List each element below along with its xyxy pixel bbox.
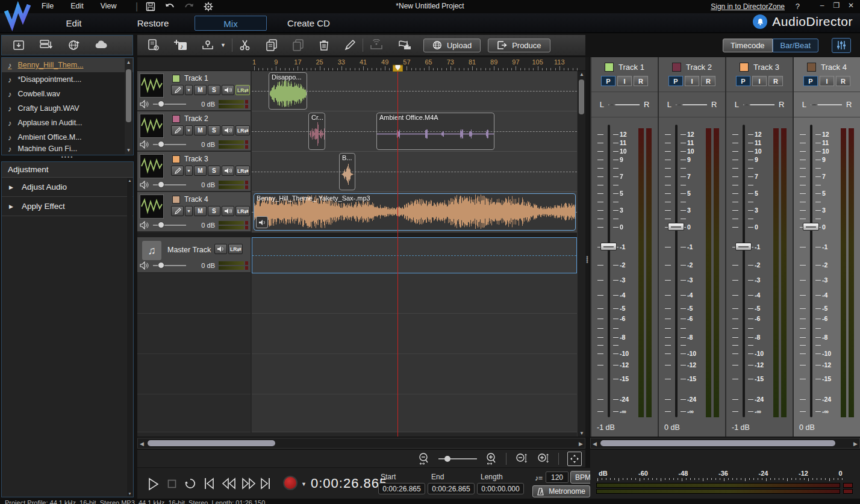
empty-lane-area[interactable] — [252, 273, 577, 314]
add-music-clip-icon[interactable]: ♪ — [173, 39, 188, 52]
fader-track[interactable] — [608, 125, 610, 417]
audio-clip[interactable]: Benny_Hill_Theme_-Yakety_Sax-.mp3 — [254, 193, 576, 231]
project-settings-icon[interactable] — [147, 39, 160, 52]
mute-button[interactable]: M — [194, 85, 207, 95]
empty-lane-area[interactable] — [252, 314, 577, 354]
mixer-strip-1[interactable]: Track 1PIRLR12111097530-1-2-3-4-5-6-8-10… — [591, 57, 658, 437]
rewind-button[interactable] — [221, 477, 237, 490]
track-header-2[interactable]: Track 2▼MSLR⇄0 dB — [137, 111, 251, 152]
time-ruler[interactable]: 191725334149576573818997105113 — [137, 57, 585, 71]
playhead-marker[interactable] — [393, 64, 403, 72]
expand-arrow-icon[interactable]: ▶ — [9, 184, 13, 190]
scroll-right-icon[interactable]: ▶ — [853, 441, 858, 447]
cloud-icon[interactable] — [93, 40, 109, 51]
insert-to-track-icon[interactable] — [201, 39, 214, 52]
upload-button[interactable]: Upload — [423, 39, 481, 52]
undo-icon[interactable] — [163, 1, 176, 12]
volume-speaker-icon[interactable] — [140, 261, 149, 270]
notification-bell-icon[interactable] — [753, 14, 767, 29]
track-speaker-button[interactable] — [222, 125, 234, 135]
volume-slider-knob[interactable] — [158, 222, 164, 228]
goto-end-button[interactable] — [260, 477, 271, 490]
record-dropdown-arrow[interactable]: ▼ — [301, 481, 307, 487]
volume-slider[interactable] — [153, 139, 195, 150]
track-lane-2[interactable]: Cr...Ambient Office.M4A — [252, 111, 577, 152]
bpm-value-field[interactable]: 120 — [546, 471, 569, 483]
master-speaker-button[interactable] — [214, 244, 227, 254]
tab-mix[interactable]: Mix — [195, 16, 267, 31]
mixer-panel-toggle-icon[interactable] — [832, 38, 851, 53]
library-file-row[interactable]: ♪Applause in Audit... — [2, 116, 133, 130]
batch-convert-icon[interactable] — [39, 39, 54, 51]
pan-slider[interactable] — [608, 101, 640, 109]
volume-slider[interactable] — [153, 260, 195, 271]
zoom-in-horizontal-icon[interactable] — [485, 452, 497, 465]
mixer-splitter-handle[interactable]: •••• — [585, 57, 589, 437]
pan-knob[interactable] — [608, 104, 615, 105]
solo-button[interactable]: S — [208, 166, 220, 176]
lr-channel-button[interactable]: LR⇄ — [235, 166, 250, 176]
record-arm-dropdown[interactable]: ▼ — [185, 166, 193, 176]
scroll-up-icon[interactable]: ▲ — [578, 72, 586, 77]
library-scrollbar[interactable]: ▲ ▼ — [125, 58, 132, 154]
record-arm-button[interactable] — [171, 206, 184, 216]
library-scroll-thumb[interactable] — [126, 69, 131, 122]
record-arm-dropdown[interactable]: ▼ — [185, 85, 193, 95]
import-media-icon[interactable] — [13, 39, 26, 51]
menu-edit[interactable]: Edit — [62, 0, 92, 12]
r-button[interactable]: R — [836, 76, 850, 86]
volume-speaker-icon[interactable] — [140, 100, 149, 108]
zoom-slider-knob[interactable] — [444, 456, 450, 462]
loop-button[interactable] — [184, 478, 196, 490]
r-button[interactable]: R — [701, 76, 715, 86]
library-file-row[interactable]: ♪Crafty Laugh.WAV — [2, 101, 133, 116]
empty-lane-area[interactable] — [252, 354, 577, 394]
volume-slider[interactable] — [153, 99, 195, 110]
pan-knob[interactable] — [676, 104, 683, 105]
solo-button[interactable]: S — [208, 125, 220, 135]
length-field[interactable]: 0:00:00.000 — [477, 483, 524, 494]
fader-handle[interactable] — [803, 223, 819, 231]
master-track-header[interactable]: ♫Master TrackLR⇄0 dB — [137, 237, 251, 273]
track-lane-4[interactable]: Benny_Hill_Theme_-Yakety_Sax-.mp3 — [252, 192, 577, 232]
volume-speaker-icon[interactable] — [140, 181, 149, 189]
close-button[interactable]: ✕ — [844, 1, 858, 10]
track-lane-1[interactable]: Disappo... — [252, 71, 577, 111]
p-button[interactable]: P — [803, 76, 818, 86]
solo-button[interactable]: S — [208, 85, 220, 95]
start-field[interactable]: 0:00:26.865 — [378, 483, 425, 494]
track-speaker-button[interactable] — [222, 166, 234, 176]
record-arm-button[interactable] — [171, 85, 184, 95]
volume-slider-knob[interactable] — [158, 101, 164, 107]
adjustment-scrollbar[interactable]: ▲ ▼ — [127, 178, 132, 496]
mixer-hscrollbar[interactable]: ◀ ▶ — [590, 438, 860, 449]
volume-speaker-icon[interactable] — [140, 221, 149, 229]
lr-channel-button[interactable]: LR⇄ — [235, 85, 250, 95]
play-button[interactable] — [147, 477, 160, 491]
lr-channel-button[interactable]: LR⇄ — [235, 125, 250, 135]
menu-file[interactable]: File — [33, 0, 62, 12]
r-button[interactable]: R — [634, 76, 648, 86]
library-file-row[interactable]: ♪Machine Gun Fi... — [2, 145, 133, 153]
master-lr-button[interactable]: LR⇄ — [228, 244, 243, 254]
volume-slider-knob[interactable] — [158, 141, 164, 148]
scroll-down-icon[interactable]: ▼ — [127, 492, 132, 496]
copy-icon[interactable] — [265, 39, 278, 52]
timeline-vertical-scrollbar[interactable]: ▲ ▼ — [577, 71, 585, 437]
library-file-row[interactable]: ♪Benny_Hill_Them... — [2, 58, 133, 72]
i-button[interactable]: I — [617, 76, 632, 86]
record-arm-button[interactable] — [171, 125, 184, 135]
metronome-button[interactable]: Metronome — [532, 485, 590, 497]
timecode-toggle[interactable]: Timecode — [723, 39, 773, 52]
fader-handle[interactable] — [668, 223, 684, 231]
record-arm-dropdown[interactable]: ▼ — [185, 206, 193, 216]
pan-knob[interactable] — [743, 104, 750, 105]
help-button[interactable]: ? — [796, 2, 800, 11]
pen-tool-icon[interactable] — [343, 39, 357, 52]
i-button[interactable]: I — [752, 76, 767, 86]
fader-handle[interactable] — [600, 243, 617, 250]
mixer-strip-3[interactable]: Track 3PIRLR12111097530-1-2-3-4-5-6-8-10… — [726, 57, 793, 437]
library-file-row[interactable]: ♪Cowbell.wav — [2, 87, 133, 101]
tab-edit[interactable]: Edit — [42, 16, 105, 31]
menu-view[interactable]: View — [92, 0, 125, 12]
